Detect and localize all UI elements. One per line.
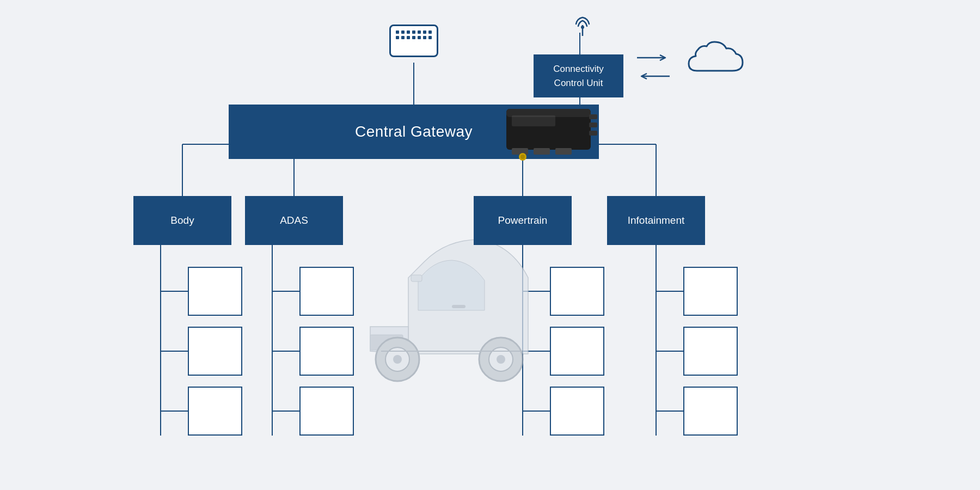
central-gateway-label: Central Gateway	[355, 123, 473, 140]
body-domain-label: Body	[170, 215, 194, 226]
ccu-label: Connectivity Control Unit	[553, 64, 604, 88]
svg-rect-41	[512, 148, 528, 155]
svg-point-33	[581, 26, 584, 29]
svg-point-45	[520, 155, 525, 159]
antenna-icon	[572, 12, 593, 39]
body-ecu-3	[188, 387, 242, 436]
powertrain-ecu-1	[550, 267, 604, 316]
infotainment-ecu-3	[683, 387, 738, 436]
svg-rect-55	[452, 305, 465, 308]
powertrain-domain-box: Powertrain	[474, 196, 572, 245]
svg-rect-43	[555, 148, 572, 155]
adas-ecu-2	[299, 327, 354, 376]
infotainment-domain-label: Infotainment	[628, 215, 685, 226]
powertrain-ecu-2	[550, 327, 604, 376]
connectivity-control-unit-box: Connectivity Control Unit	[534, 54, 623, 97]
obd-connector	[389, 24, 438, 57]
svg-rect-54	[411, 275, 422, 281]
adas-ecu-3	[299, 387, 354, 436]
gateway-hardware-device	[501, 98, 610, 171]
svg-rect-46	[512, 115, 555, 126]
body-ecu-1	[188, 267, 242, 316]
adas-domain-box: ADAS	[245, 196, 343, 245]
adas-domain-label: ADAS	[280, 215, 308, 226]
cloud-icon	[681, 35, 746, 84]
svg-rect-42	[534, 148, 550, 155]
svg-point-50	[393, 355, 402, 364]
adas-ecu-1	[299, 267, 354, 316]
infotainment-domain-box: Infotainment	[607, 196, 705, 245]
obd-icon	[389, 24, 438, 57]
diagram-container: Connectivity Control Unit Central Gatewa…	[0, 0, 980, 490]
svg-point-53	[497, 355, 505, 364]
svg-rect-38	[589, 114, 597, 119]
infotainment-ecu-2	[683, 327, 738, 376]
infotainment-ecu-1	[683, 267, 738, 316]
body-ecu-2	[188, 327, 242, 376]
powertrain-ecu-3	[550, 387, 604, 436]
powertrain-domain-label: Powertrain	[498, 215, 548, 226]
svg-rect-40	[589, 131, 597, 136]
data-transfer-arrows	[637, 54, 670, 82]
svg-rect-39	[589, 122, 597, 127]
body-domain-box: Body	[133, 196, 231, 245]
